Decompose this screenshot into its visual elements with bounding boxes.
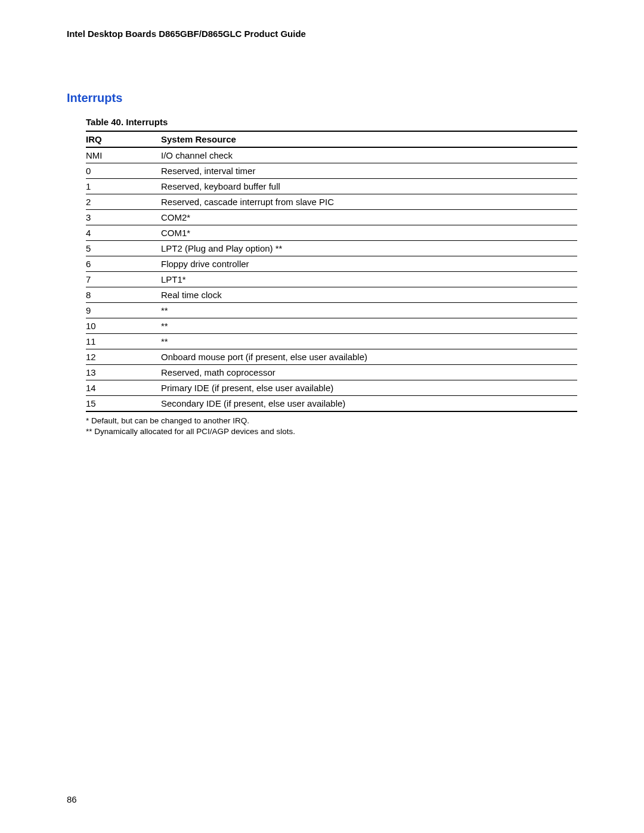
cell-resource: ** <box>161 334 577 349</box>
cell-irq: 15 <box>86 396 161 412</box>
cell-irq: 13 <box>86 365 161 380</box>
footnotes: * Default, but can be changed to another… <box>86 416 577 437</box>
table-row: 11** <box>86 334 577 349</box>
table-row: 8Real time clock <box>86 287 577 303</box>
cell-resource: Reserved, math coprocessor <box>161 365 577 380</box>
table-row: NMII/O channel check <box>86 147 577 163</box>
cell-irq: 12 <box>86 349 161 365</box>
cell-resource: Reserved, keyboard buffer full <box>161 179 577 194</box>
cell-irq: 8 <box>86 287 161 303</box>
cell-resource: Floppy drive controller <box>161 256 577 272</box>
table-row: 6Floppy drive controller <box>86 256 577 272</box>
page-number: 86 <box>67 794 77 804</box>
cell-irq: 3 <box>86 210 161 225</box>
table-row: 7LPT1* <box>86 272 577 287</box>
cell-resource: COM1* <box>161 225 577 241</box>
cell-irq: 2 <box>86 194 161 210</box>
cell-irq: 5 <box>86 241 161 256</box>
cell-irq: 11 <box>86 334 161 349</box>
table-row: 12Onboard mouse port (if present, else u… <box>86 349 577 365</box>
cell-resource: Primary IDE (if present, else user avail… <box>161 380 577 396</box>
cell-resource: ** <box>161 318 577 334</box>
cell-irq: 7 <box>86 272 161 287</box>
table-row: 15Secondary IDE (if present, else user a… <box>86 396 577 412</box>
interrupts-table: IRQ System Resource NMII/O channel check… <box>86 131 577 412</box>
column-header-irq: IRQ <box>86 131 161 147</box>
table-row: 2Reserved, cascade interrupt from slave … <box>86 194 577 210</box>
footnote-1: * Default, but can be changed to another… <box>86 416 577 426</box>
column-header-resource: System Resource <box>161 131 577 147</box>
cell-resource: COM2* <box>161 210 577 225</box>
table-row: 9** <box>86 303 577 318</box>
cell-resource: LPT2 (Plug and Play option) ** <box>161 241 577 256</box>
cell-resource: I/O channel check <box>161 147 577 163</box>
table-row: 13Reserved, math coprocessor <box>86 365 577 380</box>
cell-irq: 4 <box>86 225 161 241</box>
cell-irq: NMI <box>86 147 161 163</box>
table-row: 1Reserved, keyboard buffer full <box>86 179 577 194</box>
table-caption: Table 40. Interrupts <box>86 117 577 127</box>
cell-resource: Secondary IDE (if present, else user ava… <box>161 396 577 412</box>
cell-resource: Real time clock <box>161 287 577 303</box>
cell-resource: Reserved, interval timer <box>161 163 577 179</box>
table-row: 10** <box>86 318 577 334</box>
cell-resource: ** <box>161 303 577 318</box>
cell-irq: 0 <box>86 163 161 179</box>
table-row: 3COM2* <box>86 210 577 225</box>
table-row: 5LPT2 (Plug and Play option) ** <box>86 241 577 256</box>
table-row: 14Primary IDE (if present, else user ava… <box>86 380 577 396</box>
table-row: 4COM1* <box>86 225 577 241</box>
cell-irq: 6 <box>86 256 161 272</box>
table-row: 0Reserved, interval timer <box>86 163 577 179</box>
running-header: Intel Desktop Boards D865GBF/D865GLC Pro… <box>67 29 577 39</box>
cell-irq: 10 <box>86 318 161 334</box>
cell-irq: 9 <box>86 303 161 318</box>
section-heading-interrupts: Interrupts <box>67 91 577 105</box>
footnote-2: ** Dynamically allocated for all PCI/AGP… <box>86 426 577 437</box>
cell-resource: LPT1* <box>161 272 577 287</box>
cell-resource: Onboard mouse port (if present, else use… <box>161 349 577 365</box>
cell-irq: 1 <box>86 179 161 194</box>
cell-irq: 14 <box>86 380 161 396</box>
cell-resource: Reserved, cascade interrupt from slave P… <box>161 194 577 210</box>
